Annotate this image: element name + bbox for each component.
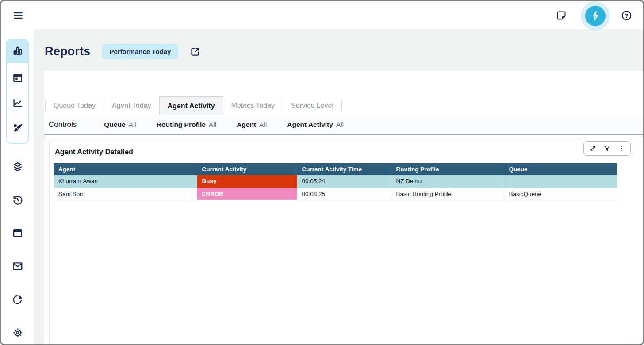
- filter-agent[interactable]: Agent All: [237, 121, 267, 129]
- table-row[interactable]: Sam.SomERROR00:08:25Basic Routing Profil…: [54, 188, 617, 200]
- tab-service-level[interactable]: Service Level: [283, 96, 341, 115]
- top-bar: ?: [1, 1, 643, 29]
- card-toolbar: [583, 141, 631, 156]
- filter-name: Agent Activity: [287, 121, 333, 129]
- history-icon[interactable]: [12, 194, 23, 206]
- bar-chart-icon[interactable]: [12, 45, 23, 57]
- cell-routing-profile: NZ Demo: [391, 175, 504, 188]
- filter-name: Queue: [104, 121, 125, 129]
- cell-current-activity-time: 00:05:24: [297, 175, 391, 188]
- tab-divider: [341, 100, 342, 111]
- tab-agent-today[interactable]: Agent Today: [104, 96, 159, 115]
- assistant-button-halo: [581, 1, 610, 31]
- svg-text:?: ?: [625, 12, 629, 19]
- table-row[interactable]: Khurram.AwanBusy00:05:24NZ Demo: [54, 175, 617, 188]
- filter-queue[interactable]: Queue All: [104, 121, 136, 129]
- filter-funnel-icon[interactable]: [603, 145, 611, 152]
- filter-value: All: [259, 121, 267, 129]
- cell-agent: Sam.Som: [54, 188, 197, 200]
- browser-window-icon[interactable]: [12, 227, 23, 239]
- hamburger-menu-icon[interactable]: [12, 10, 24, 21]
- sidebar: [1, 29, 34, 344]
- tab-label: Queue Today: [54, 102, 96, 110]
- cell-current-activity: Busy: [197, 175, 297, 188]
- filter-value: All: [336, 121, 344, 129]
- settings-gear-icon[interactable]: [12, 327, 23, 338]
- kebab-menu-icon[interactable]: [617, 145, 625, 152]
- layers-icon[interactable]: [12, 161, 23, 172]
- page-title: Reports: [45, 45, 90, 58]
- tab-agent-activity[interactable]: Agent Activity: [159, 96, 223, 115]
- tab-label: Agent Activity: [168, 102, 215, 110]
- app-window: ?: [0, 0, 644, 345]
- agent-activity-table: Agent Current Activity Current Activity …: [54, 163, 617, 200]
- cell-queue: BasicQueue: [504, 188, 617, 200]
- pie-chart-icon[interactable]: [12, 294, 23, 305]
- tab-queue-today[interactable]: Queue Today: [46, 96, 104, 115]
- filter-name: Routing Profile: [157, 121, 206, 129]
- cell-current-activity: ERROR: [197, 188, 297, 200]
- column-header-agent[interactable]: Agent: [54, 163, 197, 175]
- cell-routing-profile: Basic Routing Profile: [391, 188, 504, 200]
- agent-table-body: Khurram.AwanBusy00:05:24NZ DemoSam.SomER…: [54, 175, 617, 200]
- report-panel: Queue Today Agent Today Agent Activity M…: [44, 71, 643, 344]
- column-header-current-activity-time[interactable]: Current Activity Time: [297, 163, 391, 175]
- page-header: Reports Performance Today: [45, 44, 200, 59]
- agent-activity-card: Agent Activity Detailed Agent Current Ac…: [49, 141, 632, 344]
- report-tabs: Queue Today Agent Today Agent Activity M…: [45, 96, 643, 115]
- filter-value: All: [129, 121, 136, 129]
- expand-icon[interactable]: [589, 145, 597, 152]
- column-header-queue[interactable]: Queue: [504, 163, 617, 175]
- tab-label: Service Level: [291, 102, 334, 110]
- column-header-routing-profile[interactable]: Routing Profile: [391, 163, 504, 175]
- filter-agent-activity[interactable]: Agent Activity All: [287, 121, 344, 129]
- table-header-row: Agent Current Activity Current Activity …: [54, 163, 617, 175]
- controls-label: Controls: [49, 120, 77, 129]
- note-icon[interactable]: [556, 10, 567, 21]
- cell-current-activity-time: 00:08:25: [297, 188, 391, 200]
- line-chart-icon[interactable]: [12, 97, 23, 109]
- filter-name: Agent: [237, 121, 256, 129]
- controls-row: Controls Queue All Routing Profile All A…: [44, 115, 643, 135]
- performance-today-badge[interactable]: Performance Today: [102, 44, 178, 59]
- mail-icon[interactable]: [12, 261, 23, 272]
- assistant-button[interactable]: [585, 6, 606, 26]
- lightning-bolt-icon: [590, 10, 601, 22]
- external-link-icon[interactable]: [190, 46, 200, 57]
- cell-queue: [504, 175, 617, 188]
- column-header-current-activity[interactable]: Current Activity: [197, 163, 297, 175]
- help-icon[interactable]: ?: [621, 10, 632, 21]
- card-title: Agent Activity Detailed: [55, 148, 133, 156]
- brush-icon[interactable]: [12, 123, 23, 134]
- tab-label: Metrics Today: [231, 102, 275, 110]
- main-content: Reports Performance Today Queue Today Ag…: [34, 29, 643, 344]
- filter-value: All: [209, 121, 216, 129]
- calendar-icon[interactable]: [12, 72, 23, 84]
- cell-agent: Khurram.Awan: [54, 175, 197, 188]
- filter-routing-profile[interactable]: Routing Profile All: [157, 121, 216, 129]
- tab-metrics-today[interactable]: Metrics Today: [223, 96, 283, 115]
- tab-label: Agent Today: [112, 102, 151, 110]
